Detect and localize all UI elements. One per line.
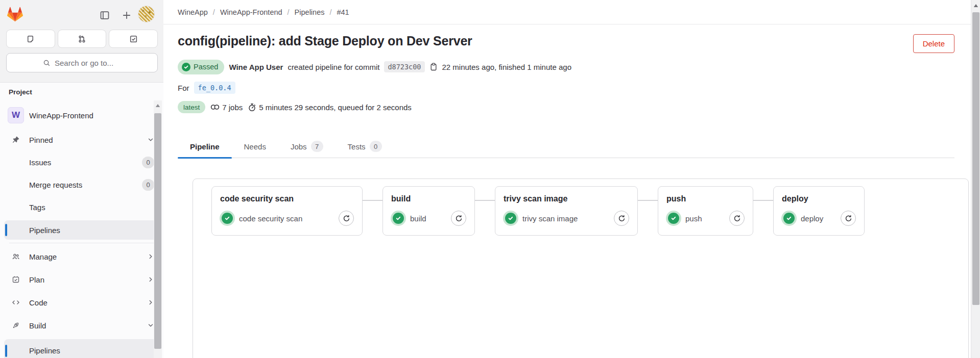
pipeline-time-text: 22 minutes ago, finished 1 minute ago (442, 63, 572, 71)
job-success-icon[interactable] (222, 213, 233, 224)
stage-code-security-scan: code security scan code security scan (211, 186, 363, 236)
breadcrumb-pipelines[interactable]: Pipelines (295, 8, 325, 16)
panel-toggle-icon[interactable] (99, 9, 111, 21)
sidebar-item-issues[interactable]: Issues 0 (4, 153, 159, 171)
sidebar-item-code[interactable]: Code (4, 293, 159, 312)
manage-label: Manage (29, 252, 147, 261)
job-success-icon[interactable] (505, 213, 516, 224)
merge-requests-label: Merge requests (29, 181, 142, 189)
sidebar-item-merge-requests[interactable]: Merge requests 0 (4, 175, 159, 194)
tab-label: Jobs (291, 142, 307, 151)
job-name[interactable]: deploy (801, 214, 823, 223)
retry-job-button[interactable] (339, 211, 354, 226)
stage-title: deploy (782, 194, 856, 204)
retry-job-button[interactable] (614, 211, 629, 226)
sidebar-item-pipelines-build[interactable]: Pipelines (4, 339, 159, 358)
job-name[interactable]: code security scan (239, 214, 302, 223)
breadcrumb-separator: / (288, 8, 290, 16)
stage-build: build build (383, 186, 475, 236)
issues-icon (26, 35, 35, 43)
job-row: deploy (782, 211, 856, 226)
breadcrumb-separator: / (213, 8, 215, 16)
sidebar-nav: Project W WineApp-Frontend Pinned Issues… (0, 83, 163, 358)
retry-job-button[interactable] (841, 211, 856, 226)
job-name[interactable]: push (685, 214, 702, 223)
stage-connector (475, 200, 495, 201)
sidebar-project-wineapp-frontend[interactable]: W WineApp-Frontend (4, 104, 159, 126)
plus-icon[interactable] (121, 9, 133, 21)
search-icon (43, 59, 51, 67)
retry-job-button[interactable] (451, 211, 466, 226)
tab-tests[interactable]: Tests 0 (336, 135, 394, 158)
retry-job-button[interactable] (729, 211, 745, 226)
code-icon (12, 298, 20, 306)
sidebar-item-pinned[interactable]: Pinned (4, 131, 159, 149)
merge-requests-shortcut-button[interactable] (58, 30, 107, 48)
stage-trivy-scan-image: trivy scan image trivy scan image (495, 186, 638, 236)
search-input[interactable] (6, 53, 158, 72)
build-label: Build (29, 321, 147, 330)
breadcrumb-wineapp[interactable]: WineApp (178, 8, 208, 16)
merge-request-icon (78, 35, 86, 43)
job-success-icon[interactable] (393, 213, 404, 224)
pipeline-action-text: created pipeline for commit (288, 63, 379, 71)
tab-pipeline[interactable]: Pipeline (178, 135, 232, 158)
stage-title: trivy scan image (504, 194, 629, 204)
breadcrumb-separator: / (329, 8, 331, 16)
sidebar: Project W WineApp-Frontend Pinned Issues… (0, 0, 163, 358)
sidebar-top-section (0, 0, 163, 83)
latest-badge[interactable]: latest (178, 101, 205, 113)
code-label: Code (29, 298, 147, 307)
scroll-up-arrow-icon[interactable] (973, 4, 978, 8)
copy-commit-button[interactable] (429, 63, 438, 71)
breadcrumb-pipeline-number[interactable]: #41 (337, 8, 349, 16)
pipelines-label: Pipelines (29, 346, 154, 355)
sidebar-item-pipelines-pinned[interactable]: Pipelines (4, 220, 159, 240)
sidebar-item-manage[interactable]: Manage (4, 247, 159, 266)
job-success-icon[interactable] (668, 213, 679, 224)
ref-chip[interactable]: fe_0.0.4 (194, 82, 235, 94)
job-row: build (391, 211, 466, 226)
search-field[interactable] (55, 59, 121, 67)
job-name[interactable]: trivy scan image (522, 214, 578, 223)
job-row: code security scan (220, 211, 354, 226)
page-title: config(pipeline): add Stage Deploy on De… (178, 32, 472, 50)
job-name[interactable]: build (410, 214, 426, 223)
avatar[interactable] (138, 6, 155, 22)
retry-icon (618, 215, 626, 222)
chevron-right-icon (147, 276, 154, 283)
pipeline-author[interactable]: Wine App User (229, 63, 283, 71)
chevron-right-icon (147, 299, 154, 306)
sidebar-item-plan[interactable]: Plan (4, 270, 159, 289)
job-success-icon[interactable] (783, 213, 795, 224)
page-scrollbar-thumb[interactable] (972, 12, 979, 305)
gitlab-tanuki-logo[interactable] (7, 7, 23, 22)
job-row: trivy scan image (504, 211, 629, 226)
stage-connector (363, 200, 383, 201)
breadcrumb-project[interactable]: WineApp-Frontend (220, 8, 282, 16)
tags-label: Tags (29, 203, 154, 212)
status-badge[interactable]: Passed (178, 60, 224, 74)
commit-sha-chip[interactable]: d8723c00 (384, 61, 424, 72)
chevron-down-icon (147, 322, 154, 329)
todo-icon (129, 35, 138, 43)
stage-title: push (666, 194, 745, 204)
scroll-up-arrow-icon[interactable] (155, 104, 160, 108)
sidebar-item-build[interactable]: Build (4, 316, 159, 335)
check-circle-icon (182, 63, 190, 71)
tab-needs[interactable]: Needs (232, 135, 278, 158)
todos-shortcut-button[interactable] (109, 30, 158, 48)
breadcrumb: WineApp / WineApp-Frontend / Pipelines /… (163, 0, 971, 24)
sidebar-scrollbar[interactable] (154, 100, 162, 358)
page-scrollbar[interactable] (971, 0, 980, 358)
sidebar-scrollbar-thumb[interactable] (154, 113, 161, 349)
jobs-count[interactable]: 7 jobs (210, 103, 243, 112)
jobs-tab-badge: 7 (311, 141, 323, 152)
delete-button[interactable]: Delete (913, 34, 954, 53)
sidebar-item-tags[interactable]: Tags (4, 198, 159, 216)
merge-requests-count-badge: 0 (142, 179, 154, 191)
issues-shortcut-button[interactable] (6, 30, 55, 48)
chevron-down-icon (147, 136, 154, 143)
duration-label: 5 minutes 29 seconds, queued for 2 secon… (259, 103, 412, 112)
tab-jobs[interactable]: Jobs 7 (278, 135, 336, 158)
